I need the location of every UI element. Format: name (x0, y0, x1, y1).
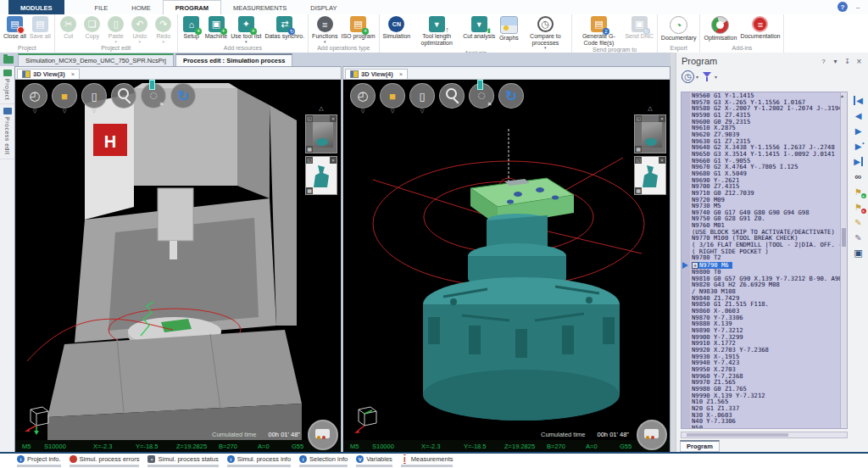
ribbon-tab[interactable]: MODULES (8, 0, 64, 14)
thumb-grid-icon[interactable]: ▦ (635, 146, 642, 153)
document-tab-process-edit[interactable]: Process edit : Simulation process (175, 53, 292, 66)
ribbon-tab[interactable]: HOME (120, 0, 163, 14)
thumbnail-machine-view[interactable]: ◱ × ▦ (305, 114, 337, 153)
ribbon-button[interactable]: Cut ▾ (58, 16, 80, 40)
ribbon-button[interactable]: Documentary ▾ (660, 16, 698, 42)
panel-close-icon[interactable] (855, 57, 863, 66)
thumbs-collapse-icon[interactable]: △ (648, 105, 652, 112)
ribbon-button[interactable]: Save all ▾ (29, 16, 52, 40)
ribbon-tab[interactable]: PROGRAM (163, 0, 221, 14)
bookmark-remove-icon[interactable] (853, 202, 865, 212)
view-toolbar-button[interactable]: ▽ (81, 83, 107, 114)
ribbon-button[interactable]: Simulation ▾ (382, 16, 412, 40)
panel-menu-icon[interactable] (832, 58, 839, 65)
edit-icon[interactable] (853, 232, 865, 242)
goto-last-icon[interactable] (853, 156, 865, 166)
ribbon-button[interactable]: Documentation ▾ (739, 16, 781, 40)
ribbon-button[interactable]: Functions ▾ (311, 16, 338, 43)
scrollbar-thumb[interactable] (687, 433, 788, 437)
panel-toolbar-button[interactable]: ▾ (702, 71, 717, 82)
horizontal-scrollbar[interactable] (681, 432, 848, 438)
view-tab[interactable]: 3D View(4) × (345, 69, 408, 79)
view-toolbar-button[interactable]: ▽ (111, 83, 136, 114)
ribbon-button[interactable]: ISO program ▾ (340, 16, 376, 40)
view-toolbar-button[interactable]: ▽ (22, 83, 47, 114)
ribbon-button[interactable]: Paste ▾ (105, 16, 127, 43)
ribbon-button[interactable]: Machine ▾ (204, 16, 228, 40)
search-icon[interactable] (853, 171, 865, 181)
rail-tab-process-edit[interactable]: Process edit (0, 104, 14, 159)
thumb-zoom-icon[interactable]: ◱ (635, 157, 642, 164)
thumb-close-icon[interactable]: × (659, 115, 665, 122)
play-icon[interactable] (853, 125, 865, 136)
save-icon[interactable] (853, 248, 865, 258)
ribbon-button[interactable]: Optimisation ▾ (703, 16, 737, 42)
goto-current-icon[interactable] (853, 141, 865, 151)
panel-pin-icon[interactable] (843, 58, 851, 65)
machine-mode-button[interactable] (637, 420, 667, 450)
gcode-line[interactable]: N9780 T2 (692, 254, 840, 261)
dropdown-caret-icon[interactable]: ▽ (420, 109, 425, 114)
status-tab[interactable]: Selection info (299, 454, 348, 467)
minimize-ribbon-icon[interactable] (853, 2, 863, 12)
thumb-close-icon[interactable]: × (330, 157, 337, 164)
project-folder-icon[interactable] (3, 56, 14, 64)
bookmark-add-icon[interactable] (853, 187, 865, 197)
ribbon-button[interactable]: Compare to processes ▾ (521, 16, 569, 49)
document-tab-project[interactable]: Simulation_MCX9_Demo_UMC_750_SPR.NcsPrj (18, 53, 174, 66)
status-tab[interactable]: Simul. process status (147, 454, 218, 467)
panel-bottom-tab[interactable]: Program (680, 440, 720, 452)
highlight-edit-icon[interactable] (853, 217, 865, 227)
ribbon-button[interactable]: Graphs ▾ (498, 16, 520, 42)
thumb-zoom-icon[interactable]: ◱ (306, 157, 313, 164)
thumbnail-part-view[interactable]: ◱ × ▦ (634, 156, 666, 195)
status-tab[interactable]: Variables (356, 454, 392, 467)
ribbon-tab[interactable]: FILE (83, 0, 120, 14)
dropdown-caret-icon[interactable]: ▽ (92, 109, 97, 114)
status-tab[interactable]: Measurements (401, 454, 453, 467)
thumb-zoom-icon[interactable]: ◱ (306, 115, 313, 122)
ribbon-button[interactable]: Tool length optimization ▾ (413, 16, 460, 46)
ribbon-tab[interactable]: DISPLAY (298, 0, 348, 14)
view-toolbar-button[interactable]: ▽ (380, 83, 405, 114)
view-toolbar-button[interactable]: ▽ (498, 83, 524, 114)
thumb-grid-icon[interactable]: ▦ (306, 187, 313, 194)
view-toolbar-button[interactable]: ▽ (439, 83, 465, 114)
ribbon-button[interactable]: Send DNC ▾ (624, 16, 654, 40)
machine-mode-button[interactable] (308, 420, 338, 450)
dropdown-caret-icon[interactable]: ▽ (33, 109, 37, 114)
ribbon-button[interactable]: Use tool list ▾ (230, 16, 262, 43)
goto-first-icon[interactable] (853, 95, 865, 105)
view-toolbar-button[interactable]: ▽ (52, 83, 77, 114)
dropdown-caret-icon[interactable]: ▽ (391, 109, 395, 114)
status-tab[interactable]: Project info. (17, 454, 61, 467)
gcode-editor[interactable]: N9560 G1 Y-1.1415 N9570 G3 X-.265 Y-1.15… (681, 92, 848, 429)
thumb-close-icon[interactable]: × (659, 157, 665, 164)
ribbon-button[interactable]: Undo ▾ (129, 16, 151, 43)
thumb-close-icon[interactable]: × (330, 115, 337, 122)
view-toolbar-button[interactable]: ▽ (409, 83, 435, 114)
viewport-3d-part[interactable]: ▽ ▽ ▽ ▽ ▽ ▽ △ ◱ × ▦ (343, 80, 670, 452)
scrollbar-thumb[interactable] (842, 228, 846, 247)
thumb-grid-icon[interactable]: ▦ (635, 187, 642, 194)
step-back-icon[interactable] (853, 110, 865, 120)
ribbon-button[interactable]: Close all ▾ (3, 16, 27, 40)
dropdown-caret-icon[interactable]: ▽ (361, 109, 365, 114)
ribbon-button[interactable]: Cut analysis ▾ (462, 16, 496, 40)
ribbon-button[interactable]: Copy ▾ (81, 16, 103, 40)
dropdown-caret-icon[interactable]: ▽ (63, 109, 67, 114)
gcode-line[interactable]: N50 (692, 425, 840, 428)
vertical-scrollbar[interactable] (840, 92, 847, 428)
ribbon-tab[interactable]: MEASUREMENTS (221, 0, 298, 14)
ribbon-button[interactable]: Datas synchro. ▾ (264, 16, 305, 40)
ribbon-button[interactable]: Generate G-Code file(s) ▾ (575, 16, 622, 46)
view-toolbar-button[interactable]: ▽ (170, 83, 196, 114)
status-tab[interactable]: Simul. process errors (70, 454, 140, 467)
view-close-icon[interactable]: × (399, 70, 403, 78)
viewport-3d-machine[interactable]: H ▽ ▽ ▽ (15, 80, 341, 452)
view-close-icon[interactable]: × (71, 70, 75, 78)
thumb-grid-icon[interactable]: ▦ (306, 146, 313, 153)
rail-tab-project[interactable]: Project (0, 66, 14, 104)
view-tab[interactable]: 3D View(3) × (17, 69, 80, 79)
thumb-zoom-icon[interactable]: ◱ (635, 115, 642, 122)
